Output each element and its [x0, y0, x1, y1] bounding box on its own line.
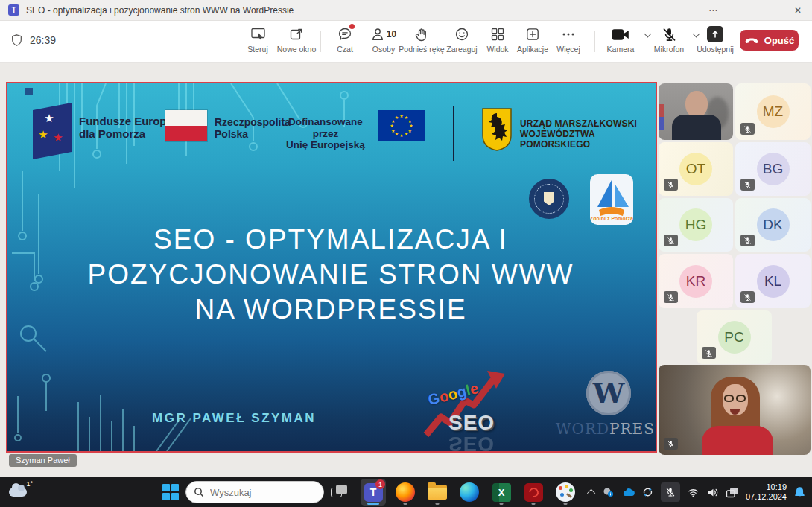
- svg-text:★: ★: [409, 124, 413, 128]
- taskbar-search[interactable]: [185, 481, 324, 503]
- tray-wifi-icon[interactable]: [687, 487, 700, 498]
- window-close-button[interactable]: ✕: [784, 0, 812, 20]
- people-count: 10: [387, 29, 396, 39]
- participant-video-tile-woman[interactable]: [659, 365, 811, 455]
- tray-show-hidden-icons[interactable]: [587, 489, 595, 497]
- participant-tile-kl[interactable]: KL: [735, 254, 811, 308]
- poland-label: RzeczpospolitaPolska: [215, 116, 291, 140]
- participant-video-tile[interactable]: [659, 83, 733, 140]
- participant-face: [685, 91, 708, 118]
- participant-tile-kr[interactable]: KR: [659, 254, 733, 308]
- apps-button[interactable]: Aplikacje: [513, 25, 553, 58]
- chat-notification-dot: [349, 24, 355, 29]
- window-more-button[interactable]: ⋯: [699, 0, 727, 20]
- participant-tile-mz[interactable]: MZ: [735, 83, 811, 140]
- meeting-toolbar: 26:39 Steruj Nowe okno Czat 10 Osoby: [0, 21, 812, 63]
- svg-text:★: ★: [395, 115, 399, 120]
- presenter-name-tag: Szyman Paweł: [9, 454, 77, 467]
- tray-volume-icon[interactable]: [706, 487, 719, 498]
- share-button[interactable]: Udostępnij: [691, 25, 739, 58]
- weather-temperature: 1°: [26, 480, 33, 488]
- taskbar-clock[interactable]: 10:19 07.12.2024: [746, 482, 787, 502]
- muted-mic-icon: [664, 235, 678, 246]
- svg-text:★: ★: [390, 124, 393, 128]
- tray-sync-icon[interactable]: [641, 486, 654, 498]
- slide-title: SEO - OPTYMALIZACJA I POZYCJONOWANIE STR…: [7, 222, 654, 327]
- svg-text:★: ★: [44, 112, 54, 124]
- weather-widget[interactable]: 1°: [7, 480, 33, 504]
- participant-tile-hg[interactable]: HG: [659, 198, 733, 252]
- meeting-timer-value: 26:39: [30, 34, 56, 46]
- taskbar-acrobat-icon[interactable]: [521, 479, 546, 506]
- svg-text:★: ★: [399, 133, 403, 138]
- task-view-button[interactable]: [331, 485, 347, 500]
- avatar: MZ: [757, 95, 790, 128]
- taskbar-file-explorer-icon[interactable]: [425, 479, 450, 506]
- raise-hand-icon: [414, 25, 429, 43]
- window-maximize-button[interactable]: [755, 0, 784, 20]
- camera-icon: [612, 25, 629, 43]
- marshal-office-label: URZĄD MARSZAŁKOWSKIWOJEWÓDZTWA POMORSKIE…: [520, 119, 656, 150]
- search-input[interactable]: [210, 487, 307, 498]
- wordpress-logo: W WORDPRESS: [556, 371, 657, 438]
- wordpress-w-icon: W: [586, 371, 631, 415]
- svg-text:★: ★: [399, 114, 403, 118]
- toolbar-separator: [594, 31, 595, 52]
- cofunded-label: Dofinansowane przezUnię Europejską: [282, 116, 369, 151]
- taskbar-teams-icon[interactable]: T 1: [361, 479, 386, 506]
- chat-button[interactable]: Czat: [325, 25, 365, 58]
- muted-mic-icon: [664, 438, 678, 450]
- more-dots-icon: [561, 25, 576, 43]
- participant-tile-bg[interactable]: BG: [735, 142, 811, 196]
- participant-tile-ot[interactable]: OT: [659, 142, 733, 196]
- avatar: KR: [679, 265, 712, 298]
- more-button[interactable]: Więcej: [548, 25, 589, 58]
- leave-button[interactable]: Opuść: [740, 30, 799, 51]
- tray-windowing-icon[interactable]: [726, 487, 739, 498]
- maritime-university-logo: [529, 179, 569, 219]
- tray-onedrive-icon[interactable]: [621, 487, 635, 497]
- muted-mic-icon: [740, 291, 755, 303]
- tray-muted-mic-icon[interactable]: [661, 482, 680, 502]
- participant-tile-dk[interactable]: DK: [735, 198, 811, 252]
- svg-text:★: ★: [395, 132, 399, 136]
- avatar: HG: [679, 208, 712, 241]
- share-icon: [707, 25, 723, 43]
- muted-mic-icon: [740, 235, 755, 246]
- react-button[interactable]: Zareaguj: [441, 25, 483, 58]
- apps-plus-icon: [525, 25, 540, 43]
- notification-bell-icon[interactable]: [793, 485, 806, 499]
- control-button[interactable]: Steruj: [238, 25, 278, 58]
- start-button[interactable]: [162, 484, 179, 500]
- clock-date: 07.12.2024: [746, 492, 787, 502]
- new-window-button[interactable]: Nowe okno: [276, 25, 317, 58]
- pomorskie-coat-of-arms: [481, 107, 513, 152]
- taskbar-excel-icon[interactable]: X: [489, 479, 514, 506]
- camera-button[interactable]: Kamera: [600, 25, 641, 58]
- participant-tile-pc[interactable]: PC: [697, 310, 772, 364]
- react-smiley-icon: [454, 25, 469, 43]
- people-icon: 10: [371, 25, 396, 43]
- muted-mic-icon: [664, 291, 678, 303]
- microphone-button[interactable]: Mikrofon: [649, 25, 689, 58]
- microphone-muted-icon: [662, 25, 677, 43]
- teams-meeting-window: T SEO - optymalizacja i pozycjonowanie s…: [0, 0, 812, 507]
- svg-text:★: ★: [53, 131, 63, 144]
- avatar: OT: [679, 153, 712, 185]
- window-minimize-button[interactable]: [727, 0, 755, 20]
- weather-cloud-icon: [9, 488, 27, 497]
- view-button[interactable]: Widok: [478, 25, 518, 58]
- window-title: SEO - optymalizacja i pozycjonowanie str…: [26, 5, 294, 16]
- hang-up-icon: [744, 36, 759, 44]
- background-flag-decoration: [659, 104, 664, 130]
- google-seo-graphic: Google SEO SEO: [422, 366, 526, 448]
- taskbar-paint-icon[interactable]: [553, 479, 578, 506]
- svg-text:★: ★: [408, 119, 412, 124]
- slide-presenter-name: MGR PAWEŁ SZYMAN: [152, 411, 316, 426]
- taskbar-firefox-icon[interactable]: [393, 479, 418, 506]
- muted-mic-icon: [740, 179, 755, 191]
- raise-hand-button[interactable]: Podnieś rękę: [398, 25, 445, 58]
- window-titlebar: T SEO - optymalizacja i pozycjonowanie s…: [0, 0, 812, 21]
- taskbar-edge-icon[interactable]: [457, 479, 482, 506]
- tray-security-icon[interactable]: [602, 486, 615, 498]
